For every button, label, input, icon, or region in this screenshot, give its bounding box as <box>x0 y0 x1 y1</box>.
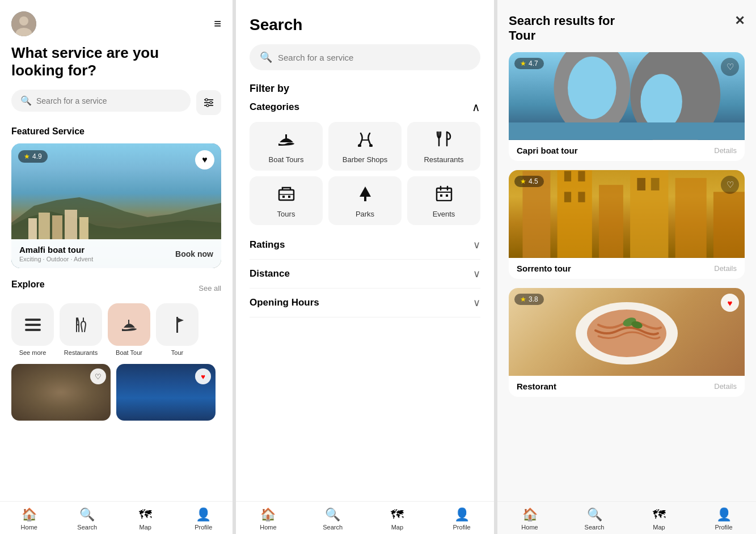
svg-rect-15 <box>79 217 88 241</box>
nav-map[interactable]: 🗺 Map <box>116 507 175 531</box>
svg-rect-30 <box>364 197 366 201</box>
explore-item-boattour[interactable]: Boat Tour <box>108 303 150 356</box>
categories-chevron-up[interactable]: ∧ <box>472 100 480 114</box>
search-input[interactable] <box>36 96 181 105</box>
panel-results: Search results for Tour ✕ <box>497 0 756 534</box>
explore-item-seemore[interactable]: See more <box>11 303 54 356</box>
sorrento-details-btn[interactable]: Details <box>714 264 737 273</box>
svg-rect-44 <box>599 185 623 258</box>
search-nav-map[interactable]: 🗺 Map <box>365 507 430 531</box>
home-nav-icon: 🏠 <box>22 507 37 522</box>
capri-rating-badge: ★ 4.7 <box>514 58 544 69</box>
category-barber-shops[interactable]: Barber Shops <box>328 122 402 171</box>
results-search-icon: 🔍 <box>587 507 602 522</box>
search-row: 🔍 <box>11 90 221 115</box>
results-nav-profile[interactable]: 👤 Profile <box>691 507 756 531</box>
svg-point-1 <box>19 16 28 26</box>
avatar[interactable] <box>11 11 36 36</box>
capri-favorite-btn[interactable]: ♡ <box>721 58 739 76</box>
search-panel-title: Search <box>250 16 480 34</box>
explore-item-restaurants[interactable]: Restaurants <box>60 303 102 356</box>
search-nav-profile[interactable]: 👤 Profile <box>429 507 494 531</box>
nav-home[interactable]: 🏠 Home <box>0 507 58 531</box>
results-profile-icon: 👤 <box>716 507 732 522</box>
category-tours[interactable]: Tours <box>250 176 323 225</box>
restaurant-details-btn[interactable]: Details <box>714 382 737 391</box>
nav-profile[interactable]: 👤 Profile <box>175 507 233 531</box>
svg-rect-19 <box>128 320 129 328</box>
ratings-filter[interactable]: Ratings ∨ <box>250 231 480 260</box>
map-nav-icon: 🗺 <box>139 507 151 522</box>
boattour-icon-box <box>108 303 150 346</box>
close-button[interactable]: ✕ <box>734 14 745 28</box>
home-nav-label: Home <box>21 524 37 531</box>
results-nav-search[interactable]: 🔍 Search <box>562 507 627 531</box>
seemore-icon-box <box>11 303 54 346</box>
search-nav-label: Search <box>77 524 97 531</box>
sorrento-favorite-btn[interactable]: ♡ <box>721 176 739 194</box>
result-card-restaurant[interactable]: ★ 3.8 ♥ Restorant Details <box>509 288 745 397</box>
results-title: Search results for <box>509 14 615 28</box>
filter-options: Ratings ∨ Distance ∨ Opening Hours ∨ <box>250 231 480 317</box>
results-map-label: Map <box>653 524 665 531</box>
restaurants-icon-box <box>60 303 102 346</box>
result-card-sorrento[interactable]: ★ 4.5 ♡ Sorrento tour Details <box>509 170 745 279</box>
opening-hours-chevron: ∨ <box>473 296 480 309</box>
capri-name: Capri boat tour <box>517 146 578 155</box>
explore-item-tour[interactable]: Tour <box>156 303 198 356</box>
distance-filter[interactable]: Distance ∨ <box>250 260 480 289</box>
svg-rect-53 <box>651 178 660 190</box>
category-boat-tours[interactable]: Boat Tours <box>250 122 323 171</box>
search-nav-home[interactable]: 🏠 Home <box>236 507 301 531</box>
thumbnail-food[interactable]: ♡ <box>11 364 111 421</box>
restaurants-icon <box>436 131 453 151</box>
results-nav-home[interactable]: 🏠 Home <box>497 507 562 531</box>
svg-rect-28 <box>288 196 290 198</box>
explore-label-restaurants: Restaurants <box>64 349 98 356</box>
see-all-button[interactable]: See all <box>198 284 221 293</box>
search-panel-input[interactable] <box>278 53 470 62</box>
restaurant-favorite-btn[interactable]: ♥ <box>721 294 739 312</box>
featured-card[interactable]: ★ 4.9 ♥ Amalfi boat tour Exciting · Outd… <box>11 143 221 268</box>
search-nav-search[interactable]: 🔍 Search <box>301 507 365 531</box>
capri-details-btn[interactable]: Details <box>714 146 737 155</box>
restaurant-rating-badge: ★ 3.8 <box>514 294 544 305</box>
svg-rect-26 <box>279 190 294 200</box>
parks-icon <box>357 185 374 205</box>
results-query: Tour <box>509 28 615 43</box>
search-panel-icon: 🔍 <box>260 51 272 63</box>
category-parks[interactable]: Parks <box>328 176 402 225</box>
explore-icons: See more Restaurants Boat Tour Tour <box>11 303 221 356</box>
categories-label: Categories <box>250 101 299 113</box>
events-label: Events <box>433 210 455 218</box>
svg-rect-46 <box>675 178 707 258</box>
barber-shops-icon <box>356 131 374 151</box>
page-title: What service are you looking for? <box>11 44 221 79</box>
thumbnail-boat[interactable]: ♥ <box>116 364 216 421</box>
category-events[interactable]: Events <box>407 176 480 225</box>
filter-by-label: Filter by <box>250 83 480 95</box>
opening-hours-filter[interactable]: Opening Hours ∨ <box>250 289 480 317</box>
explore-label-tour: Tour <box>171 349 183 356</box>
results-nav-map[interactable]: 🗺 Map <box>627 507 691 531</box>
map-nav-label: Map <box>140 524 151 531</box>
filter-button[interactable] <box>196 90 221 115</box>
opening-hours-label: Opening Hours <box>250 297 319 308</box>
results-title-block: Search results for Tour <box>509 14 615 43</box>
menu-icon[interactable]: ≡ <box>214 16 221 31</box>
search-bar[interactable]: 🔍 <box>11 90 191 112</box>
result-card-capri[interactable]: ★ 4.7 ♡ Capri boat tour Details <box>509 52 745 161</box>
search-profile-icon: 👤 <box>454 507 470 522</box>
svg-rect-43 <box>558 170 592 258</box>
svg-rect-52 <box>637 178 645 190</box>
sorrento-card-bottom: Sorrento tour Details <box>509 258 745 279</box>
svg-point-6 <box>205 99 208 101</box>
book-now-button[interactable]: Book now <box>175 249 213 258</box>
nav-search[interactable]: 🔍 Search <box>58 507 117 531</box>
search-search-label: Search <box>323 524 343 531</box>
home-header: ≡ <box>11 11 221 36</box>
svg-rect-17 <box>25 324 41 326</box>
featured-tags: Exciting · Outdoor · Advent <box>19 256 93 262</box>
category-restaurants[interactable]: Restaurants <box>407 122 480 171</box>
search-input-bar[interactable]: 🔍 <box>250 44 480 70</box>
